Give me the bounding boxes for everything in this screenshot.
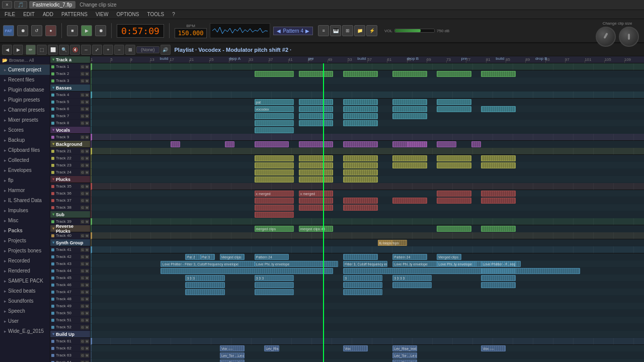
clip[interactable]: Pat 2 [185,254,200,260]
sidebar-item-plugin-presets[interactable]: ▸Plugin presets [0,95,50,105]
draw-tool[interactable]: ✏ [26,45,36,55]
channel-btn[interactable]: ⊞ [342,25,353,36]
sidebar-item-speech[interactable]: ▸Speech [0,306,50,316]
grid-track-row[interactable] [91,289,644,296]
pattern-selector[interactable]: ◀ Pattern 4 ▶ [273,27,313,35]
clip[interactable] [392,162,427,168]
track-row[interactable]: Track 49GM [50,303,90,310]
clip[interactable]: pat [255,99,294,105]
clip[interactable] [160,268,333,274]
sidebar-item-backup[interactable]: ▸Backup [0,135,50,145]
grid-track-row[interactable] [91,282,644,289]
clip[interactable] [407,141,427,147]
track-group-vocals[interactable]: ▾Vocals [50,127,90,134]
grid-track-row[interactable] [91,176,644,183]
mixer-btn[interactable]: ≡ [318,25,329,36]
clip[interactable]: IL loops [378,240,392,246]
grid-track-row[interactable]: vocodex [91,106,644,113]
clip[interactable] [437,99,471,105]
clip[interactable]: x merged [299,191,334,197]
clip[interactable] [481,162,516,168]
track-row[interactable]: Track 4GM [50,92,90,99]
zoom-in[interactable]: + [103,45,113,55]
clip[interactable]: Lev_Rise_Noise_01 [220,359,245,362]
track-row[interactable]: Track 52GM [50,324,90,331]
menu-patterns[interactable]: PATTERNS [60,12,89,17]
clip[interactable] [255,113,294,119]
grid-track-row[interactable]: Love Phillter - Filter 3, Cutoff frequen… [91,260,644,267]
clip[interactable] [343,155,378,161]
select-tool[interactable]: ⬚ [37,45,47,55]
clip[interactable] [225,141,235,147]
sidebar-item-envelopes[interactable]: ▸Envelopes [0,165,50,175]
bpm-display[interactable]: 150.000 [175,28,207,38]
clip[interactable]: Merged clips [437,254,461,260]
track-row[interactable]: Track 48GM [50,296,90,303]
menu-help[interactable]: ? [171,12,177,17]
menu-add[interactable]: ADD [41,12,55,17]
clip[interactable] [255,141,289,147]
clip[interactable] [299,169,334,175]
clip[interactable] [392,155,427,161]
grid-track-row[interactable]: x mergedx merged [91,190,644,197]
clip[interactable] [299,176,334,183]
clip[interactable] [171,141,181,147]
browser-btn[interactable]: 📁 [354,25,365,36]
grid-track-row[interactable]: Pat 2Pat 3Merged clipsPattern 24Pattern … [91,253,644,260]
clip[interactable] [299,71,334,77]
fwd-btn[interactable]: ▶ [13,45,23,55]
track-row[interactable]: Track 50GM [50,310,90,317]
clip[interactable] [255,212,294,218]
clip[interactable] [481,282,516,288]
track-row[interactable]: Track 23GM [50,162,90,169]
grid-track-row[interactable] [91,70,644,77]
track-row[interactable]: Track 8GM [50,120,90,127]
sidebar-item-packs[interactable]: ▸Packs [0,226,50,236]
track-row[interactable]: Track 1GM [50,63,90,70]
sidebar-item-harmor[interactable]: ▸Harmor [0,186,50,196]
clip[interactable] [481,268,580,274]
clip[interactable]: 3 3 3 3 [392,275,432,281]
track-row[interactable]: Track 63GM [50,352,90,359]
clip[interactable] [392,99,427,105]
clip[interactable] [481,226,516,232]
track-row[interactable]: Track 3GM [50,77,90,84]
track-row[interactable]: Track 51GM [50,317,90,324]
master-vol-knob[interactable] [596,27,616,47]
sidebar-item-recorded[interactable]: ▸Recorded [0,256,50,266]
clip[interactable]: merged clips [255,226,294,232]
play-btn[interactable]: ▶ [81,25,92,36]
track-row[interactable]: Track 47GM [50,289,90,296]
grid-track-row[interactable] [91,204,644,211]
sidebar-item-il-shared-data[interactable]: ▸IL Shared Data [0,196,50,206]
grid-track-row[interactable] [91,127,644,134]
clip[interactable] [299,141,334,147]
clip[interactable] [343,99,378,105]
grid-track-row[interactable] [91,120,644,127]
clip[interactable] [255,289,294,295]
grid-track-row[interactable]: Delay_wispsIL loops [91,239,644,246]
grid-track-row[interactable] [91,197,644,204]
click-btn[interactable]: ● [45,25,56,36]
clip[interactable] [481,275,516,281]
clip[interactable] [343,205,378,211]
clip[interactable] [343,141,378,147]
clip[interactable] [299,198,334,204]
track-row[interactable]: Track 40GM [50,232,90,239]
clip[interactable] [255,176,294,183]
clip[interactable]: Pat 3 [200,254,215,260]
title-tab-filename[interactable]: Fastmelodic_7.flp [29,1,75,9]
grid-container[interactable]: patvocodexx mergedx mergedmerged clipsme… [91,63,644,362]
clip[interactable] [343,176,378,183]
track-row[interactable]: Track 46GM [50,282,90,289]
clip[interactable] [255,71,294,77]
clip[interactable]: Love Phillter - F...requency envelope [481,261,516,267]
sidebar-item-clipboard-files[interactable]: ▸Clipboard files [0,145,50,155]
grid-track-row[interactable] [91,310,644,317]
clip[interactable] [299,106,334,112]
sidebar-item-channel-presets[interactable]: ▸Channel presets [0,105,50,115]
clip[interactable] [343,113,378,119]
grid-track-row[interactable] [91,77,644,84]
clip[interactable] [343,162,378,168]
sidebar-item-collected[interactable]: ▸Collected [0,155,50,165]
